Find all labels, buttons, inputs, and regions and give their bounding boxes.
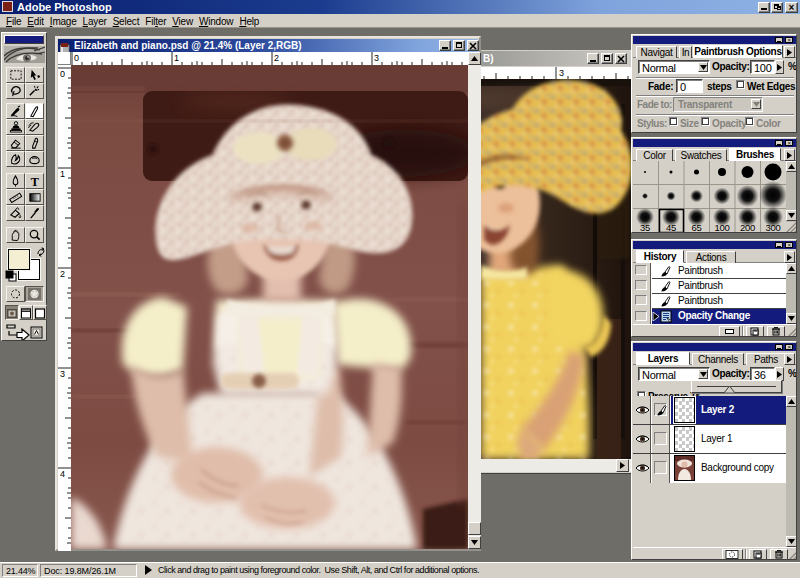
svg-text:1: 1 — [174, 53, 179, 63]
svg-text:4: 4 — [60, 469, 65, 479]
svg-text:T: T — [31, 175, 39, 188]
svg-text:45: 45 — [666, 222, 676, 233]
svg-text:200: 200 — [740, 222, 755, 233]
svg-text:3: 3 — [374, 53, 379, 63]
svg-text:3: 3 — [60, 369, 65, 379]
svg-text:2: 2 — [60, 269, 65, 279]
svg-text:3: 3 — [559, 68, 564, 78]
svg-text:35: 35 — [640, 222, 650, 233]
svg-text:100: 100 — [715, 222, 730, 233]
svg-text:2: 2 — [274, 53, 279, 63]
svg-text:0: 0 — [60, 69, 65, 79]
svg-text:300: 300 — [766, 222, 781, 233]
svg-text:1: 1 — [60, 169, 65, 179]
svg-text:0: 0 — [74, 53, 79, 63]
svg-text:65: 65 — [692, 222, 702, 233]
